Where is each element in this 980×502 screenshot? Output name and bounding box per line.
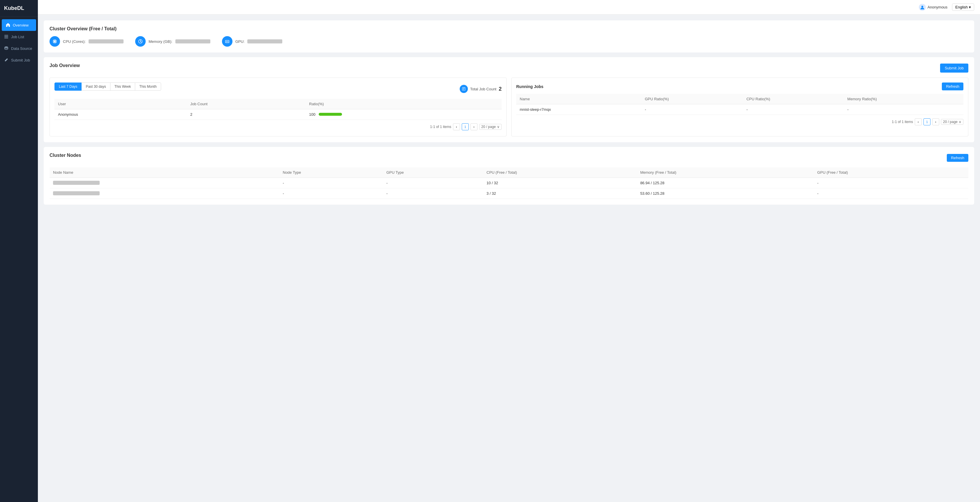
sidebar-item-datasource[interactable]: Data Source xyxy=(0,43,38,54)
per-page-label: 20 / page xyxy=(481,125,496,129)
col-gpu-ratio: GPU Ratio(%) xyxy=(641,94,743,104)
left-table-pagination: 1-1 of 1 items ‹ 1 › 20 / page ∨ xyxy=(54,120,502,131)
svg-rect-22 xyxy=(228,41,228,42)
current-page-right-button[interactable]: 1 xyxy=(923,118,931,125)
job-overview-header: Job Overview Submit Job xyxy=(49,63,968,73)
gpu-stat: GPU: xyxy=(222,36,283,47)
col-name: Name xyxy=(516,94,641,104)
cell-cpu-1: 10 / 32 xyxy=(483,178,637,188)
total-job-count-label: Total Job Count xyxy=(470,87,496,91)
blurred-nodename-1 xyxy=(53,181,100,185)
per-page-right-label: 20 / page xyxy=(943,120,958,124)
next-page-button[interactable]: › xyxy=(471,123,477,130)
chevron-down-icon: ▾ xyxy=(969,5,971,10)
sidebar-label-submitjob: Submit Job xyxy=(11,58,30,62)
cell-job-name: mnist-sleep-r7mqx xyxy=(516,104,641,115)
cluster-nodes-table: Node Name Node Type GPU Type CPU (Free /… xyxy=(49,167,968,199)
sidebar-nav: Overview Job List Data Source Submit Job xyxy=(0,17,38,68)
running-jobs-title: Running Jobs xyxy=(516,84,543,89)
tab-thisweek[interactable]: This Week xyxy=(110,83,135,91)
language-selector[interactable]: English ▾ xyxy=(952,3,974,11)
col-user: User xyxy=(54,99,187,109)
database-icon xyxy=(4,46,9,51)
table-row: - - 3 / 32 53.60 / 125.28 - xyxy=(49,188,968,199)
col-mem-free-total: Memory (Free / Total) xyxy=(637,167,814,178)
svg-rect-0 xyxy=(4,35,8,35)
cell-mem-ratio: - xyxy=(844,104,963,115)
next-page-right-button[interactable]: › xyxy=(932,118,939,125)
cluster-nodes-refresh-button[interactable]: Refresh xyxy=(947,154,968,162)
cluster-overview-title: Cluster Overview (Free / Total) xyxy=(49,26,968,32)
pagination-info-right: 1-1 of 1 items xyxy=(892,120,913,124)
sidebar-label-datasource: Data Source xyxy=(11,46,32,51)
tab-thismonth[interactable]: This Month xyxy=(135,83,161,91)
job-table: User Job Count Ratio(%) Anonymous 2 100 xyxy=(54,99,502,120)
svg-rect-21 xyxy=(226,41,227,42)
content-area: Cluster Overview (Free / Total) CPU (Cor… xyxy=(38,14,980,502)
job-left-panel: Last 7 Days Past 30 days This Week This … xyxy=(49,78,507,136)
per-page-selector[interactable]: 20 / page ∨ xyxy=(479,124,502,130)
col-cpu-free-total: CPU (Free / Total) xyxy=(483,167,637,178)
job-count-icon xyxy=(460,85,468,93)
cell-gpu-ratio: - xyxy=(641,104,743,115)
job-panels: Last 7 Days Past 30 days This Week This … xyxy=(49,78,968,136)
cell-nodename-2 xyxy=(49,188,279,199)
job-overview-title: Job Overview xyxy=(49,63,80,68)
job-right-panel: Running Jobs Refresh Name GPU Ratio(%) C… xyxy=(511,78,968,136)
cpu-icon xyxy=(49,36,60,47)
memory-stat: Memory (GB): xyxy=(135,36,210,47)
svg-rect-6 xyxy=(54,40,55,42)
col-gputype: GPU Type xyxy=(383,167,483,178)
running-jobs-refresh-button[interactable]: Refresh xyxy=(942,83,963,90)
cluster-nodes-title: Cluster Nodes xyxy=(49,153,81,158)
per-page-right-chevron: ∨ xyxy=(959,120,961,124)
language-label: English xyxy=(955,5,968,10)
table-row: Anonymous 2 100 xyxy=(54,109,502,120)
cell-mem-2: 53.60 / 125.28 xyxy=(637,188,814,199)
gpu-icon xyxy=(222,36,232,47)
cluster-nodes-section: Cluster Nodes Refresh Node Name Node Typ… xyxy=(44,147,974,205)
cell-cpu-2: 3 / 32 xyxy=(483,188,637,199)
svg-rect-2 xyxy=(4,38,8,38)
sidebar-label-joblist: Job List xyxy=(11,35,24,39)
col-jobcount: Job Count xyxy=(187,99,305,109)
table-row: - - 10 / 32 86.94 / 125.28 - xyxy=(49,178,968,188)
svg-rect-20 xyxy=(225,40,229,43)
job-overview-section: Job Overview Submit Job Last 7 Days Past… xyxy=(44,57,974,142)
col-gpu-free-total: GPU (Free / Total) xyxy=(814,167,968,178)
sidebar-item-joblist[interactable]: Job List xyxy=(0,31,38,43)
blurred-nodename-2 xyxy=(53,191,100,195)
prev-page-button[interactable]: ‹ xyxy=(453,123,460,130)
sidebar-item-submitjob[interactable]: Submit Job xyxy=(0,54,38,66)
submit-job-button[interactable]: Submit Job xyxy=(940,64,968,73)
gpu-value xyxy=(247,39,282,43)
tab-past30days[interactable]: Past 30 days xyxy=(81,83,110,91)
table-row: mnist-sleep-r7mqx - - - xyxy=(516,104,963,115)
cpu-value xyxy=(89,39,124,43)
cell-jobcount: 2 xyxy=(187,109,305,120)
header: Anonymous English ▾ xyxy=(38,0,980,14)
col-cpu-ratio: CPU Ratio(%) xyxy=(743,94,844,104)
list-icon xyxy=(4,34,9,39)
sidebar: KubeDL Overview Job List Data Source Sub… xyxy=(0,0,38,502)
current-page-button[interactable]: 1 xyxy=(462,123,469,130)
prev-page-right-button[interactable]: ‹ xyxy=(915,118,922,125)
home-icon xyxy=(6,23,11,27)
cluster-nodes-header: Cluster Nodes Refresh xyxy=(49,153,968,163)
cpu-stat: CPU (Cores): xyxy=(49,36,124,47)
right-table-pagination: 1-1 of 1 items ‹ 1 › 20 / page ∨ xyxy=(516,115,963,126)
cell-ratio: 100 xyxy=(305,109,502,120)
per-page-right-selector[interactable]: 20 / page ∨ xyxy=(941,119,963,125)
cell-gpu-1: - xyxy=(814,178,968,188)
tab-last7days[interactable]: Last 7 Days xyxy=(54,83,81,91)
memory-value xyxy=(175,39,210,43)
memory-icon xyxy=(135,36,146,47)
svg-rect-1 xyxy=(4,37,8,37)
sidebar-label-overview: Overview xyxy=(13,23,29,27)
progress-fill xyxy=(319,113,342,116)
cell-cpu-ratio: - xyxy=(743,104,844,115)
user-avatar-icon xyxy=(919,4,926,11)
col-nodetype: Node Type xyxy=(279,167,383,178)
cell-gputype-2: - xyxy=(383,188,483,199)
sidebar-item-overview[interactable]: Overview xyxy=(2,19,36,31)
